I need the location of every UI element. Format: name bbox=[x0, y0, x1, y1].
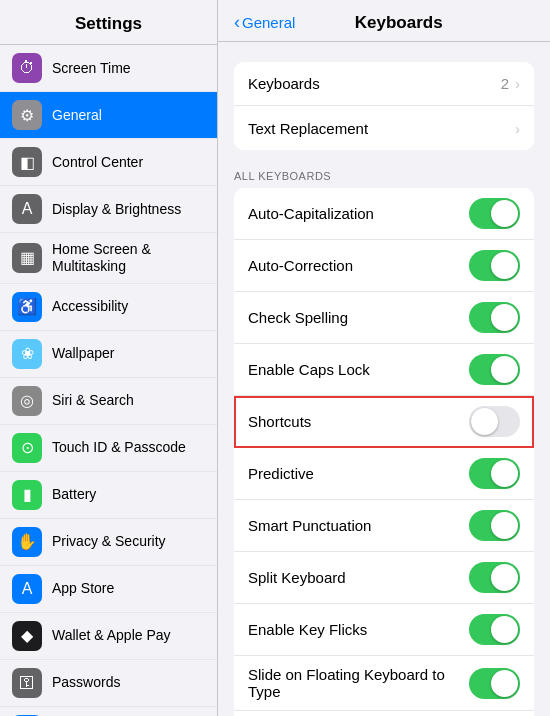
sidebar-icon-privacy-security: ✋ bbox=[12, 527, 42, 557]
toggle-thumb bbox=[491, 304, 518, 331]
toggle-split-keyboard[interactable] bbox=[469, 562, 520, 593]
settings-row-delete-slide: Delete Slide-to-Type by Word bbox=[234, 711, 534, 716]
toggle-thumb bbox=[491, 252, 518, 279]
sidebar-title: Settings bbox=[0, 0, 217, 45]
row-label-smart-punctuation: Smart Punctuation bbox=[248, 517, 371, 534]
sidebar-item-label: Home Screen & Multitasking bbox=[52, 241, 207, 275]
sidebar-item-app-store[interactable]: AApp Store bbox=[0, 566, 217, 613]
sidebar-icon-control-center: ◧ bbox=[12, 147, 42, 177]
row-right-smart-punctuation bbox=[469, 510, 520, 541]
settings-row-enable-key-flicks: Enable Key Flicks bbox=[234, 604, 534, 656]
toggle-thumb bbox=[491, 200, 518, 227]
sidebar-item-label: Touch ID & Passcode bbox=[52, 439, 186, 456]
sidebar-item-label: General bbox=[52, 107, 102, 124]
toggle-smart-punctuation[interactable] bbox=[469, 510, 520, 541]
sidebar-item-label: Privacy & Security bbox=[52, 533, 166, 550]
sidebar-icon-home-screen: ▦ bbox=[12, 243, 42, 273]
row-label-auto-correct: Auto-Correction bbox=[248, 257, 353, 274]
sidebar-icon-general: ⚙ bbox=[12, 100, 42, 130]
sidebar-item-screen-time[interactable]: ⏱Screen Time bbox=[0, 45, 217, 92]
toggle-thumb bbox=[491, 356, 518, 383]
sidebar-icon-wallpaper: ❀ bbox=[12, 339, 42, 369]
row-right-slide-floating bbox=[469, 668, 520, 699]
settings-row-auto-correct: Auto-Correction bbox=[234, 240, 534, 292]
sidebar-icon-passwords: ⚿ bbox=[12, 668, 42, 698]
sidebar-item-label: Wallet & Apple Pay bbox=[52, 627, 171, 644]
toggle-check-spelling[interactable] bbox=[469, 302, 520, 333]
sidebar-item-wallet-apple-pay[interactable]: ◆Wallet & Apple Pay bbox=[0, 613, 217, 660]
toggle-thumb bbox=[491, 670, 518, 697]
settings-group-top: Keyboards2›Text Replacement› bbox=[234, 62, 534, 150]
sidebar-icon-app-store: A bbox=[12, 574, 42, 604]
sidebar-icon-touch-id: ⊙ bbox=[12, 433, 42, 463]
toggle-thumb bbox=[491, 564, 518, 591]
settings-row-smart-punctuation: Smart Punctuation bbox=[234, 500, 534, 552]
row-right-predictive bbox=[469, 458, 520, 489]
row-right-enable-key-flicks bbox=[469, 614, 520, 645]
sidebar-item-label: App Store bbox=[52, 580, 114, 597]
section-all-keyboards: ALL KEYBOARDSAuto-CapitalizationAuto-Cor… bbox=[218, 170, 550, 716]
row-right-keyboards: 2› bbox=[501, 75, 520, 92]
toggle-enable-caps-lock[interactable] bbox=[469, 354, 520, 385]
settings-row-enable-caps-lock: Enable Caps Lock bbox=[234, 344, 534, 396]
row-label-shortcuts: Shortcuts bbox=[248, 413, 311, 430]
row-label-split-keyboard: Split Keyboard bbox=[248, 569, 346, 586]
row-right-enable-caps-lock bbox=[469, 354, 520, 385]
sidebar: Settings ⏱Screen Time⚙General◧Control Ce… bbox=[0, 0, 218, 716]
toggle-thumb bbox=[491, 616, 518, 643]
toggle-thumb bbox=[491, 460, 518, 487]
sidebar-icon-accessibility: ♿ bbox=[12, 292, 42, 322]
sidebar-item-home-screen[interactable]: ▦Home Screen & Multitasking bbox=[0, 233, 217, 284]
row-label-keyboards: Keyboards bbox=[248, 75, 320, 92]
toggle-slide-floating[interactable] bbox=[469, 668, 520, 699]
sidebar-item-general[interactable]: ⚙General bbox=[0, 92, 217, 139]
section-label-all-keyboards: ALL KEYBOARDS bbox=[218, 170, 550, 188]
sidebar-item-label: Battery bbox=[52, 486, 96, 503]
toggle-enable-key-flicks[interactable] bbox=[469, 614, 520, 645]
sidebar-item-label: Screen Time bbox=[52, 60, 131, 77]
sidebar-item-label: Wallpaper bbox=[52, 345, 115, 362]
chevron-right-icon: › bbox=[515, 120, 520, 137]
sidebar-item-battery[interactable]: ▮Battery bbox=[0, 472, 217, 519]
sidebar-item-label: Accessibility bbox=[52, 298, 128, 315]
row-right-shortcuts bbox=[469, 406, 520, 437]
row-right-auto-cap bbox=[469, 198, 520, 229]
settings-row-split-keyboard: Split Keyboard bbox=[234, 552, 534, 604]
sidebar-item-label: Passwords bbox=[52, 674, 120, 691]
row-label-enable-key-flicks: Enable Key Flicks bbox=[248, 621, 367, 638]
sidebar-item-label: Siri & Search bbox=[52, 392, 134, 409]
toggle-shortcuts[interactable] bbox=[469, 406, 520, 437]
settings-group-all-keyboards: Auto-CapitalizationAuto-CorrectionCheck … bbox=[234, 188, 534, 716]
row-label-check-spelling: Check Spelling bbox=[248, 309, 348, 326]
row-right-check-spelling bbox=[469, 302, 520, 333]
settings-row-shortcuts: Shortcuts bbox=[234, 396, 534, 448]
toggle-auto-cap[interactable] bbox=[469, 198, 520, 229]
row-value-keyboards: 2 bbox=[501, 75, 509, 92]
sidebar-item-label: Control Center bbox=[52, 154, 143, 171]
sidebar-item-label: Display & Brightness bbox=[52, 201, 181, 218]
row-label-text-replacement: Text Replacement bbox=[248, 120, 368, 137]
sidebar-item-siri-search[interactable]: ◎Siri & Search bbox=[0, 378, 217, 425]
row-label-slide-floating: Slide on Floating Keyboard to Type bbox=[248, 666, 469, 700]
back-chevron-icon: ‹ bbox=[234, 12, 240, 33]
sidebar-icon-screen-time: ⏱ bbox=[12, 53, 42, 83]
settings-row-keyboards[interactable]: Keyboards2› bbox=[234, 62, 534, 106]
sidebar-item-passwords[interactable]: ⚿Passwords bbox=[0, 660, 217, 707]
sidebar-item-wallpaper[interactable]: ❀Wallpaper bbox=[0, 331, 217, 378]
toggle-predictive[interactable] bbox=[469, 458, 520, 489]
sidebar-icon-wallet-apple-pay: ◆ bbox=[12, 621, 42, 651]
sidebar-item-control-center[interactable]: ◧Control Center bbox=[0, 139, 217, 186]
sidebar-item-display-brightness[interactable]: ADisplay & Brightness bbox=[0, 186, 217, 233]
toggle-thumb bbox=[491, 512, 518, 539]
sidebar-item-touch-id[interactable]: ⊙Touch ID & Passcode bbox=[0, 425, 217, 472]
row-label-auto-cap: Auto-Capitalization bbox=[248, 205, 374, 222]
row-right-split-keyboard bbox=[469, 562, 520, 593]
settings-row-text-replacement[interactable]: Text Replacement› bbox=[234, 106, 534, 150]
sidebar-item-accessibility[interactable]: ♿Accessibility bbox=[0, 284, 217, 331]
sidebar-item-privacy-security[interactable]: ✋Privacy & Security bbox=[0, 519, 217, 566]
sidebar-item-mail[interactable]: ✉Mail bbox=[0, 707, 217, 716]
toggle-auto-correct[interactable] bbox=[469, 250, 520, 281]
sidebar-icon-battery: ▮ bbox=[12, 480, 42, 510]
sidebar-icon-siri-search: ◎ bbox=[12, 386, 42, 416]
content-panel: ‹ General Keyboards Keyboards2›Text Repl… bbox=[218, 0, 550, 716]
